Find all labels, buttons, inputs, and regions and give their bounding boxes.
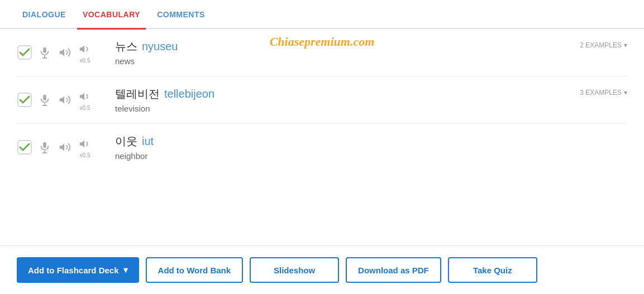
word-romanized: iut xyxy=(142,135,154,148)
speaker-icon[interactable] xyxy=(57,139,73,155)
slideshow-button[interactable]: Slideshow xyxy=(250,257,339,283)
word-romanized: tellebijeon xyxy=(164,88,214,100)
check-icon[interactable] xyxy=(17,139,32,155)
tab-comments[interactable]: COMMENTS xyxy=(151,1,211,30)
mic-icon[interactable] xyxy=(37,139,53,155)
item-controls: x0.5 xyxy=(17,89,106,111)
word-main: 이웃 iut xyxy=(115,134,627,149)
tab-dialogue[interactable]: DIALOGUE xyxy=(17,1,71,30)
speaker-slow-icon[interactable] xyxy=(77,136,93,152)
vocab-item: x0.5 이웃 iut neighbor xyxy=(17,124,627,171)
item-controls: x0.5 xyxy=(17,41,106,64)
vocabulary-section: Chiasepremium.com xyxy=(0,29,644,171)
word-translation: neighbor xyxy=(115,151,627,161)
word-korean: 뉴스 xyxy=(115,39,137,54)
bottom-toolbar: Add to Flashcard Deck ▾ Add to Word Bank… xyxy=(0,245,644,294)
svg-marker-16 xyxy=(60,144,64,151)
download-pdf-button[interactable]: Download as PDF xyxy=(346,257,441,283)
speaker-slow-wrapper: x0.5 xyxy=(77,89,93,111)
word-main: 텔레비전 tellebijeon xyxy=(115,86,627,102)
svg-marker-17 xyxy=(80,141,84,148)
svg-marker-11 xyxy=(80,93,84,100)
speaker-icon[interactable] xyxy=(57,92,73,108)
svg-marker-10 xyxy=(60,97,64,104)
svg-rect-1 xyxy=(43,47,46,53)
word-main: 뉴스 nyuseu xyxy=(115,39,627,54)
word-romanized: nyuseu xyxy=(142,40,178,53)
word-translation: news xyxy=(115,56,627,66)
speaker-slow-icon[interactable] xyxy=(77,41,93,57)
word-content: 텔레비전 tellebijeon television xyxy=(115,86,627,113)
slow-label: x0.5 xyxy=(80,57,90,64)
word-korean: 이웃 xyxy=(115,134,137,149)
vocab-list: x0.5 뉴스 nyuseu news 2 EXAMPLES ▾ xyxy=(0,29,644,171)
slow-label: x0.5 xyxy=(80,152,90,158)
vocab-item: x0.5 텔레비전 tellebijeon television 3 EXAMP… xyxy=(17,76,627,124)
tab-bar: DIALOGUE VOCABULARY COMMENTS xyxy=(0,0,644,29)
svg-marker-4 xyxy=(60,49,64,56)
add-word-bank-button[interactable]: Add to Word Bank xyxy=(146,257,244,283)
add-flashcard-button[interactable]: Add to Flashcard Deck ▾ xyxy=(17,257,139,283)
examples-link[interactable]: 3 EXAMPLES ▾ xyxy=(580,89,627,97)
word-content: 이웃 iut neighbor xyxy=(115,134,627,161)
examples-link[interactable]: 2 EXAMPLES ▾ xyxy=(580,41,627,49)
svg-rect-13 xyxy=(43,142,46,148)
slow-label: x0.5 xyxy=(80,105,90,111)
speaker-slow-wrapper: x0.5 xyxy=(77,136,93,158)
item-controls: x0.5 xyxy=(17,136,106,158)
svg-rect-7 xyxy=(43,95,46,100)
take-quiz-button[interactable]: Take Quiz xyxy=(448,257,537,283)
vocab-item: x0.5 뉴스 nyuseu news 2 EXAMPLES ▾ xyxy=(17,29,627,76)
check-icon[interactable] xyxy=(17,45,32,60)
dropdown-arrow-icon: ▾ xyxy=(123,265,128,275)
speaker-icon[interactable] xyxy=(57,45,73,60)
word-translation: television xyxy=(115,104,627,113)
speaker-slow-icon[interactable] xyxy=(77,89,93,104)
mic-icon[interactable] xyxy=(37,92,53,108)
tab-vocabulary[interactable]: VOCABULARY xyxy=(77,1,146,30)
mic-icon[interactable] xyxy=(37,45,53,60)
svg-marker-5 xyxy=(80,46,84,53)
check-icon[interactable] xyxy=(17,92,32,108)
speaker-slow-wrapper: x0.5 xyxy=(77,41,93,64)
word-korean: 텔레비전 xyxy=(115,86,160,102)
word-content: 뉴스 nyuseu news xyxy=(115,39,627,66)
